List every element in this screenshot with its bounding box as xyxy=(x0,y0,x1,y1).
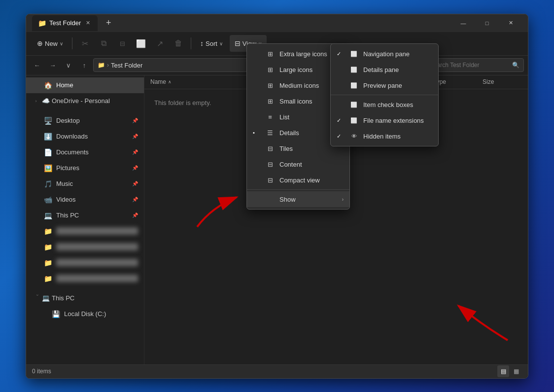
search-input[interactable] xyxy=(430,62,510,69)
tiles-label: Tiles xyxy=(279,145,293,152)
downloads-expand-icon xyxy=(32,133,40,141)
share-icon: ↗ xyxy=(157,39,163,48)
onedrive-expand-icon: › xyxy=(32,97,40,105)
window-tab[interactable]: 📁 Test Folder ✕ xyxy=(32,15,98,31)
list-label: List xyxy=(279,113,289,121)
rename-button[interactable]: ⬜ xyxy=(133,35,149,52)
view-icon: ⊟ xyxy=(235,39,241,47)
window-controls: — □ ✕ xyxy=(452,15,522,31)
show-item-check-boxes[interactable]: ✓ ⬜ Item check boxes xyxy=(331,97,438,112)
sort-chevron-icon: ∨ xyxy=(219,41,223,46)
up-button[interactable]: ↑ xyxy=(77,58,91,72)
rename-icon: ⬜ xyxy=(136,39,146,48)
show-file-name-extensions[interactable]: ✓ ⬜ File name extensions xyxy=(331,112,438,128)
view-menu-separator xyxy=(247,189,349,190)
details-icon: ☰ xyxy=(266,129,275,137)
extra-large-icon: ⊞ xyxy=(266,50,275,58)
sidebar-item-local-disk[interactable]: 💾 Local Disk (C:) xyxy=(26,306,144,322)
show-submenu: ✓ ⬜ Navigation pane ✓ ⬜ Details pane ✓ ⬜… xyxy=(330,43,439,146)
small-icons-icon: ⊞ xyxy=(266,98,275,105)
folder3-expand-icon xyxy=(32,259,40,267)
new-tab-button[interactable]: + xyxy=(102,16,115,30)
show-navigation-pane[interactable]: ✓ ⬜ Navigation pane xyxy=(331,46,438,62)
tiles-icon: ⊟ xyxy=(266,145,275,152)
col-size-header[interactable]: Size xyxy=(483,78,522,85)
forward-button[interactable]: → xyxy=(46,58,60,72)
pictures-label: Pictures xyxy=(56,164,128,172)
sidebar-item-folder2[interactable]: 📁 blurred folder name xyxy=(26,239,144,255)
sidebar-item-onedrive[interactable]: › ☁️ OneDrive - Personal xyxy=(26,93,144,109)
extra-large-label: Extra large icons xyxy=(279,50,327,58)
sidebar-item-folder3[interactable]: 📁 blurred folder name longer xyxy=(26,255,144,271)
col-type-header[interactable]: Type xyxy=(433,78,483,85)
view-show[interactable]: ✓ Show › xyxy=(247,191,349,207)
detail-view-button[interactable]: ▤ xyxy=(497,365,509,377)
home-icon: 🏠 xyxy=(44,81,52,89)
folder1-icon: 📁 xyxy=(44,227,52,235)
preview-pane-icon: ⬜ xyxy=(349,82,358,89)
paste-button[interactable]: ⊟ xyxy=(114,35,131,52)
title-bar: 📁 Test Folder ✕ + — □ ✕ xyxy=(26,14,528,32)
folder3-icon: 📁 xyxy=(44,259,52,267)
thispc-pinned-expand-icon xyxy=(32,212,40,219)
cut-button[interactable]: ✂ xyxy=(76,35,93,52)
cut-icon: ✂ xyxy=(82,39,88,48)
sort-button[interactable]: ↕ Sort ∨ xyxy=(195,35,228,52)
copy-button[interactable]: ⧉ xyxy=(95,35,112,52)
thispc-pinned-icon: 💻 xyxy=(44,212,52,219)
show-preview-pane[interactable]: ✓ ⬜ Preview pane xyxy=(331,77,438,93)
sidebar-item-downloads[interactable]: ⬇️ Downloads 📌 xyxy=(26,129,144,144)
close-button[interactable]: ✕ xyxy=(499,15,522,31)
sidebar-item-folder1[interactable]: 📁 blurred folder name here xyxy=(26,223,144,239)
pictures-pin-icon: 📌 xyxy=(132,165,138,171)
videos-icon: 📹 xyxy=(44,196,52,204)
sidebar-item-desktop[interactable]: 🖥️ Desktop 📌 xyxy=(26,113,144,129)
toolbar-separator-1 xyxy=(72,37,72,49)
item-check-boxes-icon: ⬜ xyxy=(349,102,358,108)
sidebar-item-music[interactable]: 🎵 Music 📌 xyxy=(26,176,144,192)
onedrive-icon: ☁️ xyxy=(42,97,50,105)
desktop-icon: 🖥️ xyxy=(44,117,52,125)
videos-label: Videos xyxy=(56,196,128,203)
sidebar-item-documents[interactable]: 📄 Documents 📌 xyxy=(26,144,144,160)
file-ext-check-icon: ✓ xyxy=(337,117,345,124)
sidebar-item-folder4[interactable]: 📁 blurred xyxy=(26,271,144,286)
back-button[interactable]: ← xyxy=(30,58,44,72)
sidebar-item-videos[interactable]: 📹 Videos 📌 xyxy=(26,192,144,208)
recent-locations-button[interactable]: ∨ xyxy=(62,58,75,72)
new-button[interactable]: ⊕ New ∨ xyxy=(32,35,68,52)
documents-pin-icon: 📌 xyxy=(132,149,138,155)
search-bar[interactable]: 🔍 xyxy=(425,58,524,72)
delete-icon: 🗑 xyxy=(174,39,182,48)
folder-address-icon: 📁 xyxy=(98,62,105,69)
thispc-group-expand-icon: › xyxy=(32,294,40,302)
desktop-label: Desktop xyxy=(56,117,128,124)
view-compact-view[interactable]: ✓ ⊟ Compact view xyxy=(247,172,349,188)
minimize-button[interactable]: — xyxy=(452,15,475,31)
maximize-button[interactable]: □ xyxy=(476,15,498,31)
music-icon: 🎵 xyxy=(44,180,52,188)
show-details-pane[interactable]: ✓ ⬜ Details pane xyxy=(331,62,438,77)
details-pane-label: Details pane xyxy=(363,66,399,73)
delete-button[interactable]: 🗑 xyxy=(170,35,187,52)
sidebar-item-pictures[interactable]: 🖼️ Pictures 📌 xyxy=(26,160,144,176)
copy-icon: ⧉ xyxy=(101,39,106,48)
downloads-label: Downloads xyxy=(56,133,128,140)
share-button[interactable]: ↗ xyxy=(151,35,168,52)
tab-close-button[interactable]: ✕ xyxy=(84,19,92,27)
nav-pane-check-icon: ✓ xyxy=(337,51,345,57)
folder1-expand-icon xyxy=(32,227,40,235)
pictures-expand-icon xyxy=(32,164,40,172)
sidebar-item-thispc-pinned[interactable]: 💻 This PC 📌 xyxy=(26,208,144,223)
forward-icon: → xyxy=(50,62,56,69)
music-pin-icon: 📌 xyxy=(132,181,138,186)
title-bar-left: 📁 Test Folder ✕ + xyxy=(32,15,452,31)
desktop-pin-icon: 📌 xyxy=(132,118,138,123)
sidebar-item-home[interactable]: 🏠 Home xyxy=(26,77,144,93)
show-hidden-items[interactable]: ✓ 👁 Hidden items xyxy=(331,128,438,144)
view-content[interactable]: ✓ ⊟ Content xyxy=(247,156,349,172)
large-view-button[interactable]: ▦ xyxy=(510,365,522,377)
medium-icons-label: Medium icons xyxy=(279,82,319,89)
details-label: Details xyxy=(279,129,299,137)
sidebar-item-thispc-group[interactable]: › 💻 This PC xyxy=(26,290,144,306)
